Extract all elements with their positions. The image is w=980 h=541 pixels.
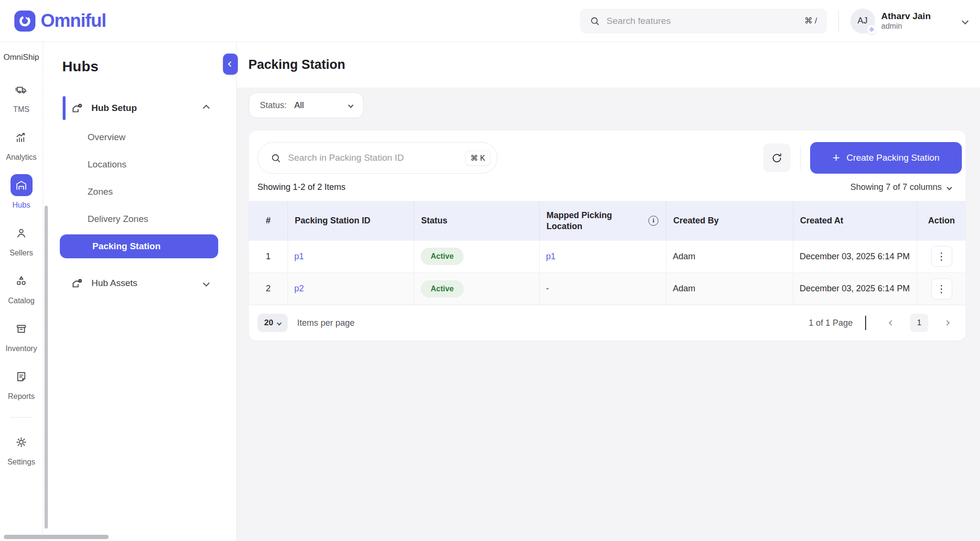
rail-item-label: Analytics — [6, 153, 36, 162]
status-filter[interactable]: Status: All — [249, 92, 364, 118]
global-search[interactable]: ⌘ / — [580, 9, 827, 33]
column-header-mapped-picking-location[interactable]: Mapped Picking Location i — [540, 201, 667, 241]
refresh-button[interactable] — [763, 144, 791, 172]
table-header-row: # Packing Station ID Status Mapped Picki… — [249, 201, 966, 241]
user-name: Atharv Jain — [881, 11, 931, 22]
nav-group-label: Hub Setup — [91, 103, 137, 113]
table-summary-row: Showing 1-2 of 2 Items Showing 7 of 7 co… — [249, 174, 966, 201]
main-content: Packing Station Status: All ⌘ K — [237, 42, 980, 541]
status-badge: Active — [421, 280, 464, 298]
table-search[interactable]: ⌘ K — [257, 142, 498, 174]
items-count: Showing 1-2 of 2 Items — [257, 182, 345, 192]
sidebar-item-zones[interactable]: Zones — [43, 178, 236, 205]
shapes-icon — [11, 270, 33, 292]
page-title: Packing Station — [248, 57, 345, 72]
hub-setup-items: Overview Locations Zones Delivery Zones … — [43, 123, 236, 258]
icon-rail: OmniShip TMS Analytics Hubs — [0, 42, 43, 541]
cell-action: ⋮ — [917, 241, 966, 272]
row-actions-button[interactable]: ⋮ — [931, 246, 952, 267]
user-menu[interactable]: AJ Atharv Jain admin — [850, 9, 968, 33]
plus-icon: + — [833, 151, 840, 164]
rail-item-label: TMS — [13, 105, 30, 114]
nav-group-hub-setup[interactable]: Hub Setup — [43, 96, 236, 121]
rail-item-catalog[interactable]: Catalog — [8, 270, 34, 305]
sidebar-item-locations[interactable]: Locations — [43, 151, 236, 178]
chevron-left-icon — [228, 61, 233, 66]
table-search-input[interactable] — [288, 153, 465, 163]
page-size-chevron-down-icon — [277, 320, 282, 325]
column-header-created-at[interactable]: Created At — [793, 201, 917, 241]
top-bar: Omniful ⌘ / AJ Atharv Jain admin — [0, 0, 980, 42]
rail-item-tms[interactable]: TMS — [11, 78, 33, 114]
page-size-select[interactable]: 20 — [257, 314, 288, 332]
omniful-logo[interactable]: Omniful — [14, 11, 106, 32]
columns-visibility-toggle[interactable]: Showing 7 of 7 columns — [850, 182, 951, 192]
brand-wordmark: Omniful — [41, 11, 106, 31]
rail-item-analytics[interactable]: Analytics — [6, 126, 36, 162]
bottom-horizontal-scrollbar[interactable] — [4, 535, 109, 539]
app-root: Omniful ⌘ / AJ Atharv Jain admin — [0, 0, 980, 541]
person-icon — [11, 222, 33, 244]
pagination-bar: 20 Items per page 1 of 1 Page 1 — [249, 305, 966, 341]
previous-page-button[interactable] — [886, 318, 897, 328]
sidebar-item-overview[interactable]: Overview — [43, 123, 236, 151]
cell-status: Active — [414, 241, 540, 272]
cell-mapped-picking-location: p1 — [540, 241, 667, 272]
cell-created-by: Adam — [667, 273, 793, 305]
nav-group-label: Hub Assets — [91, 278, 137, 288]
analytics-icon — [11, 126, 33, 148]
product-switcher[interactable]: OmniShip — [3, 53, 39, 62]
nav-group-hub-assets[interactable]: Hub Assets — [43, 271, 236, 296]
cell-action: ⋮ — [917, 273, 966, 305]
sidebar-item-packing-station[interactable]: Packing Station — [60, 234, 218, 258]
rail-item-hubs[interactable]: Hubs — [11, 174, 33, 210]
avatar-gear-icon — [867, 25, 877, 34]
cell-index: 1 — [249, 241, 288, 272]
row-actions-button[interactable]: ⋮ — [931, 278, 952, 299]
sidebar-title: Hubs — [62, 58, 236, 75]
packing-station-card: ⌘ K + Create Packing Station — [249, 131, 966, 341]
rail-item-inventory[interactable]: Inventory — [6, 318, 37, 353]
columns-toggle-label: Showing 7 of 7 columns — [850, 182, 942, 192]
column-header-status[interactable]: Status — [414, 201, 540, 241]
column-header-action[interactable]: Action — [917, 201, 966, 241]
info-icon[interactable]: i — [648, 216, 658, 226]
refresh-icon — [771, 152, 783, 164]
collapse-group-chevron-up-icon[interactable] — [203, 105, 210, 111]
cell-status: Active — [414, 273, 540, 305]
status-filter-label: Status: — [260, 100, 287, 110]
document-icon — [11, 365, 33, 387]
rail-item-settings[interactable]: Settings — [8, 431, 35, 466]
user-role: admin — [881, 22, 931, 31]
warehouse-icon — [11, 174, 33, 196]
global-search-input[interactable] — [607, 16, 798, 26]
sidebar-collapse-button[interactable] — [223, 54, 238, 75]
status-filter-value: All — [294, 100, 304, 110]
rail-item-sellers[interactable]: Sellers — [10, 222, 33, 257]
sidebar-vertical-scrollbar[interactable] — [45, 206, 48, 529]
page-indicator: 1 of 1 Page — [809, 318, 853, 328]
create-packing-station-button[interactable]: + Create Packing Station — [810, 142, 962, 174]
table-row: 1 p1 Active p1 Adam December 03, 2025 6:… — [249, 241, 966, 273]
sidebar-item-delivery-zones[interactable]: Delivery Zones — [43, 205, 236, 232]
column-header-packing-station-id[interactable]: Packing Station ID — [288, 201, 414, 241]
user-menu-chevron-down-icon[interactable] — [962, 17, 969, 24]
column-header-created-by[interactable]: Created By — [667, 201, 793, 241]
packing-station-link[interactable]: p1 — [294, 252, 304, 262]
page-size-value: 20 — [264, 318, 273, 328]
packing-station-link[interactable]: p2 — [294, 284, 304, 294]
current-page-button[interactable]: 1 — [910, 314, 928, 332]
gear-icon — [11, 431, 33, 453]
packing-stations-table: # Packing Station ID Status Mapped Picki… — [249, 201, 966, 305]
create-button-label: Create Packing Station — [846, 153, 939, 163]
global-search-shortcut: ⌘ / — [804, 16, 817, 26]
active-group-indicator — [63, 96, 66, 120]
cell-index: 2 — [249, 273, 288, 305]
hub-assets-icon — [71, 277, 84, 290]
next-page-button[interactable] — [942, 318, 952, 328]
table-search-shortcut: ⌘ K — [465, 151, 490, 166]
column-header-index[interactable]: # — [249, 201, 288, 241]
rail-item-reports[interactable]: Reports — [8, 365, 34, 401]
picking-location-link[interactable]: p1 — [546, 252, 556, 262]
expand-group-chevron-down-icon[interactable] — [203, 280, 210, 287]
